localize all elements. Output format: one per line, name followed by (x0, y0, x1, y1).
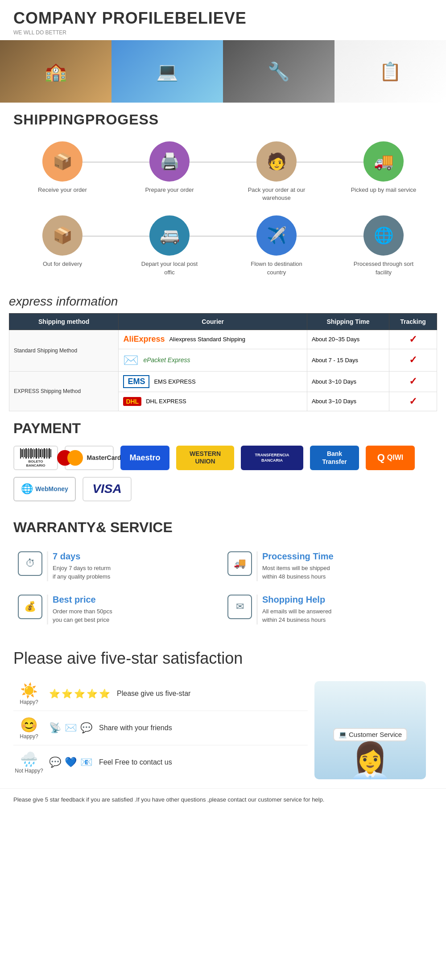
photo-4: 📋 (334, 40, 446, 103)
photo-3: 🔧 (223, 40, 334, 103)
progress-label-6: Depart your local post offic (136, 260, 203, 276)
happy-icon-2: 😊 (20, 716, 38, 733)
express-title: express information (0, 290, 446, 313)
progress-item-1: 📦 Receive your order (29, 141, 96, 194)
ems-time: About 3~10 Days (307, 371, 389, 392)
progress-label-5: Out for delivery (43, 260, 82, 268)
courier-ems: EMS EMS EXPRESS (119, 371, 307, 392)
happy-icon: ☀️ (20, 682, 38, 699)
courier-dhl: DHL DHL EXPRESS (119, 392, 307, 411)
fivestar-desc-2: Share with your friends (99, 724, 172, 732)
company-title: COMPANY PROFILEBELIEVE (13, 9, 433, 28)
progress-icon-5: 📦 (42, 215, 83, 256)
visa-logo: VISA (83, 477, 132, 501)
table-row: EXPRESS Shipping Method EMS EMS EXPRESS … (9, 371, 437, 392)
progress-item-8: 🌐 Processed through sort facility (350, 215, 417, 276)
happy-label-2: Happy? (20, 733, 38, 740)
dhl-time: About 3~10 Days (307, 392, 389, 411)
shipping-progress: 📦 Receive your order 🖨️ Prepare your ord… (0, 132, 446, 290)
progress-item-2: 🖨️ Prepare your order (136, 141, 203, 194)
progress-label-7: Flown to destination country (243, 260, 310, 276)
warranty-item-processing: 🚚 Processing Time Most items will be shi… (223, 545, 433, 588)
warranty-heading-price: Best price (53, 595, 112, 605)
epacket-tracking: ✓ (389, 349, 437, 371)
ali-tracking: ✓ (389, 330, 437, 349)
progress-icon-1: 📦 (42, 141, 83, 182)
progress-icon-3: 🧑 (256, 141, 297, 182)
share-icons: 📡 ✉️ 💬 (49, 722, 92, 734)
unhappy-label: Not Happy? (15, 768, 43, 774)
progress-icon-4: 🚚 (363, 141, 404, 182)
warranty-text-help: All emails will be answeredwithin 24 bus… (262, 607, 331, 624)
progress-item-6: 🚐 Depart your local post offic (136, 215, 203, 276)
mastercard-logo: MasterCard (65, 446, 114, 470)
dhl-tracking: ✓ (389, 392, 437, 411)
progress-label-4: Picked up by mail service (351, 186, 417, 194)
ali-time: About 20~35 Days (307, 330, 389, 349)
th-tracking: Tracking (389, 313, 437, 330)
ali-name: Aliexpress Standard Shipping (169, 336, 245, 343)
payment-section: PAYMENT (0, 411, 446, 510)
warranty-heading-7days: 7 days (53, 551, 111, 562)
progress-item-7: ✈️ Flown to destination country (243, 215, 310, 276)
courier-ali: AliExpress Aliexpress Standard Shipping (119, 330, 307, 349)
method-standard: Standard Shipping Method (9, 330, 119, 371)
person-image: 💻 Customer Service 👩‍💼 (314, 681, 426, 779)
warranty-text-7days: Enjoy 7 days to returmif any quality pro… (53, 564, 111, 581)
star-3: ⭐ (74, 688, 85, 699)
fivestar-row-3: 🌧️ Not Happy? 💬 💙 📧 Feel Free to contact… (13, 745, 308, 779)
progress-item-4: 🚚 Picked up by mail service (350, 141, 417, 194)
th-courier: Courier (119, 313, 307, 330)
warranty-icon-processing: 🚚 (227, 551, 252, 576)
payment-title: PAYMENT (13, 420, 433, 437)
check-icon: ✓ (409, 376, 417, 387)
progress-item-3: 🧑 Pack your order at our warehouse (243, 141, 310, 202)
wifi-icon: 📡 (49, 722, 61, 734)
warranty-heading-processing: Processing Time (262, 551, 334, 562)
dhl-name: DHL EXPRESS (146, 398, 186, 405)
contact-icons: 💬 💙 📧 (49, 757, 92, 768)
skype-icon: 💙 (65, 757, 77, 768)
fivestar-title: Please aive five-star satisfaction (13, 649, 433, 668)
chat-icon: 💬 (80, 722, 92, 734)
express-table: Shipping method Courier Shipping Time Tr… (9, 313, 437, 411)
check-icon: ✓ (409, 396, 417, 407)
star-5: ⭐ (99, 688, 110, 699)
progress-row-1: 📦 Receive your order 🖨️ Prepare your ord… (9, 137, 437, 207)
dhl-logo: DHL (123, 397, 141, 406)
warranty-section: WARRANTY& SERVICE ⏱ 7 days Enjoy 7 days … (0, 510, 446, 640)
warranty-item-help: ✉ Shopping Help All emails will be answe… (223, 588, 433, 631)
fivestar-desc-3: Feel Free to contact us (99, 758, 172, 766)
fivestar-person: 💻 Customer Service 👩‍💼 (308, 677, 433, 779)
photo-1: 🏫 (0, 40, 112, 103)
progress-icon-2: 🖨️ (149, 141, 190, 182)
phone-icon: 💬 (49, 757, 61, 768)
transferencia-logo: TRANSFERENCIABANCARIA (241, 446, 303, 470)
fivestar-section: Please aive five-star satisfaction ☀️ Ha… (0, 640, 446, 788)
th-method: Shipping method (9, 313, 119, 330)
progress-icon-8: 🌐 (363, 215, 404, 256)
fivestar-left: ☀️ Happy? ⭐ ⭐ ⭐ ⭐ ⭐ Please give us five-… (13, 677, 308, 779)
warranty-heading-help: Shopping Help (262, 595, 331, 605)
star-2: ⭐ (62, 688, 73, 699)
photo-2: 💻 (112, 40, 223, 103)
ems-name: EMS EXPRESS (154, 378, 195, 385)
qiwi-logo: Q QIWI (366, 446, 415, 470)
ems-tracking: ✓ (389, 371, 437, 392)
star-1: ⭐ (49, 688, 60, 699)
check-icon: ✓ (409, 334, 417, 345)
warranty-grid: ⏱ 7 days Enjoy 7 days to returmif any qu… (13, 545, 433, 631)
ali-logo: AliExpress (123, 335, 165, 344)
maestro-logo: Maestro (120, 446, 169, 470)
western-union-logo: WESTERNUNION (176, 446, 234, 470)
ems-logo: EMS (123, 375, 149, 388)
progress-label-3: Pack your order at our warehouse (243, 186, 310, 202)
epacket-logo: ePacket Express (143, 356, 190, 364)
warranty-item-price: 💰 Best price Order more than 50pcsyou ca… (13, 588, 223, 631)
warranty-icon-7days: ⏱ (18, 551, 42, 576)
fivestar-content: ☀️ Happy? ⭐ ⭐ ⭐ ⭐ ⭐ Please give us five-… (13, 677, 433, 779)
mail-icon: ✉️ (65, 722, 77, 734)
shipping-progress-title: SHIPPINGPROGESS (0, 103, 446, 132)
warranty-icon-price: 💰 (18, 595, 42, 619)
company-subtitle: WE WLL DO BETTER (13, 29, 433, 36)
